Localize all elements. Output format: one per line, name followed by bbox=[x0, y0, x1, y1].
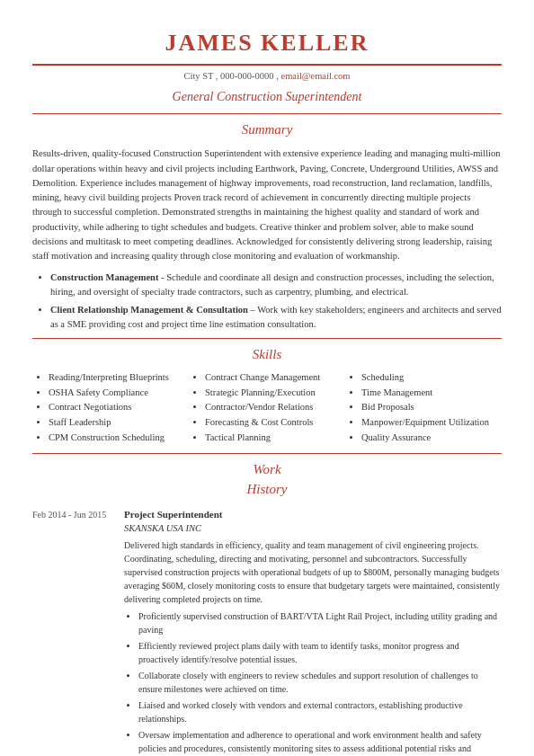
work-bullet-0-3: Liaised and worked closely with vendors … bbox=[138, 698, 502, 725]
email-link[interactable]: email@email.com bbox=[281, 71, 351, 81]
header-section: JAMES KELLER City ST , 000-000-0000 , em… bbox=[32, 25, 502, 106]
skills-section-title: Skills bbox=[32, 344, 502, 365]
resume-container: JAMES KELLER City ST , 000-000-0000 , em… bbox=[0, 0, 534, 756]
skill-item: Reading/Interpreting Blueprints bbox=[49, 370, 189, 386]
work-title-0: Project Superintendent bbox=[124, 507, 502, 522]
skill-item: CPM Construction Scheduling bbox=[49, 431, 189, 446]
skill-item: Time Management bbox=[361, 386, 502, 401]
work-bullets-0: Proficiently supervised construction of … bbox=[124, 609, 502, 755]
candidate-name: JAMES KELLER bbox=[32, 25, 502, 60]
skills-list-3: Scheduling Time Management Bid Proposals… bbox=[345, 370, 502, 446]
skills-divider-top bbox=[32, 338, 502, 339]
skill-item: Contract Negotiations bbox=[49, 400, 189, 415]
work-divider-top bbox=[32, 453, 502, 454]
skills-col-2: Contract Change Management Strategic Pla… bbox=[189, 370, 345, 446]
work-label-line1: Work bbox=[253, 462, 280, 476]
work-bullet-0-0: Proficiently supervised construction of … bbox=[138, 609, 502, 636]
work-company-0: SKANSKA USA INC bbox=[124, 521, 502, 536]
skills-col-1: Reading/Interpreting Blueprints OSHA Saf… bbox=[32, 370, 189, 446]
summary-bullet-2-bold: Client Relationship Management & Consult… bbox=[50, 305, 248, 315]
work-label-line2: History bbox=[247, 482, 288, 496]
skill-item: Strategic Planning/Execution bbox=[205, 386, 345, 401]
skill-item: Manpower/Equipment Utilization bbox=[361, 415, 502, 431]
work-entry-0: Feb 2014 - Jun 2015 Project Superintende… bbox=[32, 507, 502, 756]
work-bullet-0-1: Efficiently reviewed project plans daily… bbox=[138, 639, 502, 666]
skill-item: Contract Change Management bbox=[205, 370, 345, 386]
work-desc-0: Delivered high standards in efficiency, … bbox=[124, 538, 502, 606]
summary-text: Results-driven, quality-focused Construc… bbox=[32, 147, 502, 263]
skills-columns: Reading/Interpreting Blueprints OSHA Saf… bbox=[32, 370, 502, 446]
summary-divider-top bbox=[32, 113, 502, 114]
skill-item: Contractor/Vendor Relations bbox=[205, 400, 345, 415]
skill-item: Tactical Planning bbox=[205, 431, 345, 446]
skill-item: OSHA Safety Compliance bbox=[49, 386, 189, 401]
skills-list-2: Contract Change Management Strategic Pla… bbox=[189, 370, 345, 446]
skill-item: Quality Assurance bbox=[361, 431, 502, 446]
skill-item: Staff Leadership bbox=[49, 415, 189, 431]
work-dates-0: Feb 2014 - Jun 2015 bbox=[32, 507, 113, 756]
work-section-title: Work History bbox=[32, 459, 502, 500]
skill-item: Bid Proposals bbox=[361, 400, 502, 415]
skills-col-3: Scheduling Time Management Bid Proposals… bbox=[345, 370, 502, 446]
summary-section-title: Summary bbox=[32, 120, 502, 140]
contact-info: City ST , 000-000-0000 , email@email.com bbox=[32, 69, 502, 84]
summary-bullets: Construction Management - Schedule and c… bbox=[32, 271, 502, 331]
job-title: General Construction Superintendent bbox=[32, 87, 502, 106]
summary-bullet-2: Client Relationship Management & Consult… bbox=[50, 303, 502, 332]
summary-bullet-1: Construction Management - Schedule and c… bbox=[50, 271, 502, 299]
skills-list-1: Reading/Interpreting Blueprints OSHA Saf… bbox=[32, 370, 189, 446]
skill-item: Forecasting & Cost Controls bbox=[205, 415, 345, 431]
work-details-0: Project Superintendent SKANSKA USA INC D… bbox=[124, 507, 502, 756]
work-bullet-0-2: Collaborate closely with engineers to re… bbox=[138, 669, 502, 696]
summary-bullet-1-bold: Construction Management bbox=[50, 272, 158, 282]
work-bullet-0-4: Oversaw implementation and adherence to … bbox=[138, 728, 502, 755]
work-history-section: Feb 2014 - Jun 2015 Project Superintende… bbox=[32, 507, 502, 756]
header-top-divider bbox=[32, 64, 502, 66]
skill-item: Scheduling bbox=[361, 370, 502, 386]
location-phone: City ST , 000-000-0000 , bbox=[183, 71, 280, 81]
